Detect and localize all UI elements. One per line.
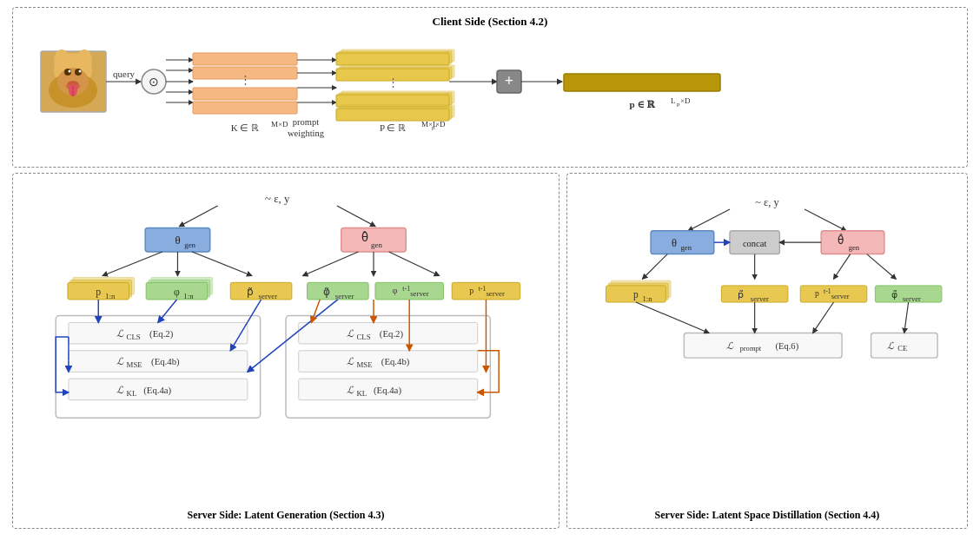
svg-text:(Eq.4b): (Eq.4b) bbox=[381, 356, 410, 367]
svg-text:(Eq.4a): (Eq.4a) bbox=[374, 385, 401, 396]
svg-text:p ∈ ℝ: p ∈ ℝ bbox=[630, 99, 656, 109]
svg-text:server: server bbox=[831, 292, 850, 300]
server-left-footer: Server Side: Latent Generation (Section … bbox=[22, 509, 550, 522]
svg-text:gen: gen bbox=[184, 241, 195, 249]
svg-text:(Eq.2): (Eq.2) bbox=[380, 328, 404, 340]
svg-line-139 bbox=[805, 209, 846, 231]
svg-text:P ∈ ℝ: P ∈ ℝ bbox=[380, 122, 406, 133]
svg-text:prompt: prompt bbox=[739, 344, 761, 353]
svg-text:KL: KL bbox=[127, 389, 137, 398]
svg-point-9 bbox=[79, 70, 82, 73]
svg-rect-27 bbox=[193, 102, 297, 114]
server-right-footer: Server Side: Latent Space Distillation (… bbox=[576, 509, 958, 522]
svg-text:φ: φ bbox=[393, 286, 398, 295]
svg-line-133 bbox=[311, 300, 320, 322]
client-title: Client Side (Section 4.2) bbox=[23, 15, 957, 29]
svg-text:~ ε, y: ~ ε, y bbox=[265, 193, 290, 205]
client-section: Client Side (Section 4.2) query bbox=[12, 7, 968, 168]
svg-text:⊙: ⊙ bbox=[149, 76, 159, 89]
svg-text:ℒ: ℒ bbox=[347, 328, 354, 339]
svg-text:(Eq.4a): (Eq.4a) bbox=[143, 385, 171, 396]
client-diagram: query ⊙ ⋮ K ∈ ℝ M×D prompt bbox=[23, 34, 958, 164]
svg-line-76 bbox=[389, 252, 440, 275]
left-server-diagram: ~ ε, y θ gen θ̂ gen bbox=[22, 181, 550, 502]
svg-text:p: p bbox=[815, 288, 819, 298]
svg-text:×D: ×D bbox=[435, 120, 446, 129]
svg-text:L: L bbox=[671, 96, 676, 105]
svg-text:(Eq.6): (Eq.6) bbox=[776, 341, 799, 352]
svg-text:ℒ: ℒ bbox=[347, 356, 354, 366]
svg-text:θ̂: θ̂ bbox=[838, 234, 844, 247]
svg-text:query: query bbox=[113, 69, 136, 79]
svg-text:server: server bbox=[751, 294, 769, 303]
svg-line-128 bbox=[158, 300, 177, 322]
svg-text:ℒ: ℒ bbox=[116, 328, 124, 339]
svg-line-138 bbox=[688, 209, 730, 231]
svg-text:prompt: prompt bbox=[293, 117, 319, 127]
svg-text:p: p bbox=[469, 286, 473, 295]
bottom-row: ~ ε, y θ gen θ̂ gen bbox=[12, 173, 968, 529]
svg-text:ℒ: ℒ bbox=[887, 340, 895, 351]
right-server-diagram: ~ ε, y θ gen concat θ̂ gen bbox=[576, 181, 958, 502]
svg-text:θ: θ bbox=[672, 237, 677, 249]
svg-text:(Eq.4b): (Eq.4b) bbox=[151, 356, 180, 367]
svg-text:φ̃: φ̃ bbox=[891, 289, 897, 300]
svg-text:CE: CE bbox=[897, 344, 907, 353]
svg-text:concat: concat bbox=[743, 239, 767, 248]
svg-text:ℒ: ℒ bbox=[347, 385, 354, 395]
svg-line-63 bbox=[179, 206, 217, 227]
svg-text:server: server bbox=[410, 289, 429, 298]
svg-text:CLS: CLS bbox=[356, 333, 370, 341]
svg-text:gen: gen bbox=[681, 243, 692, 252]
svg-text:1:n: 1:n bbox=[105, 292, 116, 300]
svg-rect-169 bbox=[684, 333, 842, 358]
svg-text:MSE: MSE bbox=[356, 360, 372, 369]
svg-text:K ∈ ℝ: K ∈ ℝ bbox=[231, 122, 259, 133]
svg-line-74 bbox=[303, 252, 359, 275]
svg-text:ℒ: ℒ bbox=[726, 340, 734, 351]
svg-line-179 bbox=[904, 302, 909, 333]
svg-text:+: + bbox=[505, 72, 513, 89]
svg-text:⋮: ⋮ bbox=[240, 73, 251, 86]
svg-rect-26 bbox=[193, 88, 297, 100]
svg-text:~ ε, y: ~ ε, y bbox=[755, 196, 779, 208]
svg-text:t-1: t-1 bbox=[479, 285, 487, 293]
svg-line-176 bbox=[636, 302, 709, 333]
server-right-section: ~ ε, y θ gen concat θ̂ gen bbox=[566, 173, 968, 529]
svg-point-8 bbox=[69, 70, 71, 73]
svg-line-64 bbox=[337, 206, 375, 227]
svg-text:θ: θ bbox=[175, 234, 180, 247]
svg-text:ℒ: ℒ bbox=[116, 356, 124, 366]
svg-text:CLS: CLS bbox=[127, 333, 141, 341]
svg-text:server: server bbox=[903, 294, 921, 303]
svg-text:⋮: ⋮ bbox=[387, 76, 399, 89]
svg-line-73 bbox=[192, 252, 252, 275]
svg-line-153 bbox=[867, 254, 896, 280]
svg-line-152 bbox=[834, 254, 851, 280]
svg-text:weighting: weighting bbox=[288, 129, 325, 138]
svg-text:M×D: M×D bbox=[271, 120, 288, 129]
svg-text:×D: ×D bbox=[680, 96, 691, 105]
svg-line-71 bbox=[103, 252, 162, 275]
svg-line-150 bbox=[643, 254, 668, 280]
svg-text:p: p bbox=[633, 289, 639, 300]
svg-text:server: server bbox=[335, 292, 354, 300]
svg-point-3 bbox=[54, 49, 70, 70]
svg-line-178 bbox=[813, 302, 834, 333]
svg-point-4 bbox=[76, 49, 92, 70]
svg-text:p̃: p̃ bbox=[247, 287, 254, 298]
svg-rect-38 bbox=[336, 53, 449, 65]
svg-text:t-1: t-1 bbox=[402, 285, 410, 293]
svg-text:MSE: MSE bbox=[127, 360, 142, 369]
svg-rect-23 bbox=[193, 53, 297, 65]
svg-text:server: server bbox=[259, 292, 278, 300]
svg-text:θ̂: θ̂ bbox=[361, 231, 368, 244]
svg-text:1:n: 1:n bbox=[643, 294, 653, 303]
svg-text:1:n: 1:n bbox=[183, 292, 194, 300]
svg-text:gen: gen bbox=[849, 243, 860, 252]
svg-text:(Eq.2): (Eq.2) bbox=[149, 328, 174, 340]
svg-text:gen: gen bbox=[371, 241, 382, 249]
svg-text:p̃: p̃ bbox=[738, 289, 744, 300]
svg-text:t-1: t-1 bbox=[824, 287, 831, 295]
svg-text:KL: KL bbox=[356, 389, 367, 398]
